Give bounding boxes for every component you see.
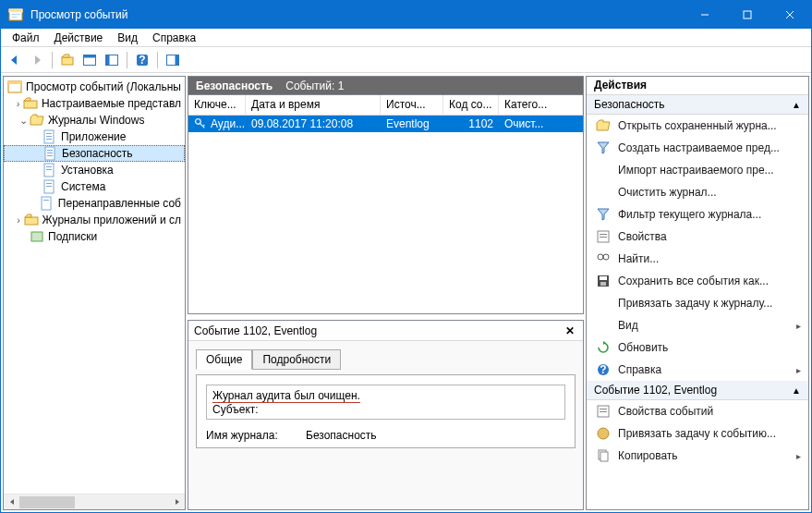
action-properties[interactable]: Свойства: [587, 226, 808, 248]
tree-label: Просмотр событий (Локальны: [26, 80, 181, 93]
action-help[interactable]: ?Справка: [587, 359, 808, 381]
toolbar-separator: [52, 52, 53, 68]
svg-rect-36: [25, 217, 38, 225]
svg-text:?: ?: [139, 54, 145, 67]
action-save-all[interactable]: Сохранить все события как...: [587, 270, 808, 292]
detail-logname-row: Имя журнала: Безопасность: [206, 429, 565, 442]
menu-file[interactable]: Файл: [5, 30, 47, 46]
event-message-line2: Субъект:: [212, 403, 259, 416]
log-icon: [42, 163, 57, 177]
action-copy[interactable]: Копировать: [587, 445, 808, 467]
expander-icon[interactable]: ›: [13, 98, 22, 109]
tree-security-log[interactable]: Безопасность: [4, 145, 185, 162]
cell-datetime: 09.08.2017 11:20:08: [246, 117, 381, 130]
tree-setup-log[interactable]: Установка: [4, 162, 185, 178]
menu-help[interactable]: Справка: [145, 30, 203, 46]
svg-rect-10: [84, 55, 96, 57]
detail-header: Событие 1102, Eventlog ✕: [188, 321, 583, 341]
svg-rect-5: [744, 11, 751, 18]
action-filter-log[interactable]: Фильтр текущего журнала...: [587, 203, 808, 226]
panel-button-3[interactable]: [163, 50, 183, 70]
action-label: Фильтр текущего журнала...: [618, 208, 761, 221]
svg-rect-43: [600, 237, 607, 238]
tree-label: Настраиваемые представл: [42, 97, 181, 110]
tree-forwarded-log[interactable]: Перенаправленные соб: [4, 195, 185, 212]
collapse-icon[interactable]: ▲: [792, 385, 801, 396]
event-row[interactable]: Ауди... 09.08.2017 11:20:08 Eventlog 110…: [188, 116, 583, 132]
svg-rect-8: [62, 57, 73, 65]
scroll-track[interactable]: [19, 495, 169, 510]
event-message-box[interactable]: Журнал аудита был очищен. Субъект:: [206, 385, 565, 420]
help-button[interactable]: ?: [132, 50, 152, 70]
collapse-icon[interactable]: ▲: [792, 100, 801, 110]
action-label: Привязать задачу к журналу...: [618, 297, 772, 310]
group-title: Безопасность: [594, 98, 665, 111]
tree-windows-logs[interactable]: ⌄Журналы Windows: [4, 112, 185, 128]
svg-rect-3: [11, 17, 18, 18]
svg-rect-53: [600, 409, 607, 409]
tab-general[interactable]: Общие: [196, 349, 252, 370]
svg-rect-33: [46, 186, 52, 187]
actions-group2-header[interactable]: Событие 1102, Eventlog ▲: [587, 381, 808, 400]
action-refresh[interactable]: Обновить: [587, 336, 808, 359]
tree-label: Безопасность: [62, 147, 133, 160]
action-label: Обновить: [618, 341, 668, 354]
col-source[interactable]: Источ...: [381, 95, 443, 115]
action-attach-task[interactable]: Привязать задачу к журналу...: [587, 292, 808, 314]
tree-root[interactable]: Просмотр событий (Локальны: [4, 79, 185, 95]
menu-view[interactable]: Вид: [110, 30, 145, 46]
tree-custom-views[interactable]: ›Настраиваемые представл: [4, 95, 185, 112]
task-icon: [596, 426, 611, 441]
tab-details[interactable]: Подробности: [252, 349, 341, 370]
action-create-custom[interactable]: Создать настраиваемое пред...: [587, 137, 808, 159]
action-find[interactable]: Найти...: [587, 248, 808, 270]
svg-rect-19: [24, 101, 37, 108]
event-list: Ключе... Дата и время Источ... Код со...…: [188, 94, 584, 314]
action-label: Копировать: [618, 449, 678, 462]
actions-group1-header[interactable]: Безопасность ▲: [587, 95, 808, 115]
tree-app-services-logs[interactable]: ›Журналы приложений и сл: [4, 212, 185, 228]
action-clear-log[interactable]: Очистить журнал...: [587, 181, 808, 203]
panel-button-2[interactable]: [102, 50, 122, 70]
event-detail-panel: Событие 1102, Eventlog ✕ Общие Подробнос…: [188, 320, 584, 510]
col-eventid[interactable]: Код со...: [443, 95, 499, 115]
save-icon: [596, 274, 611, 288]
expander-icon[interactable]: ⌄: [17, 115, 30, 127]
detail-body: Общие Подробности Журнал аудита был очищ…: [188, 341, 583, 509]
forward-button[interactable]: [27, 50, 47, 70]
maximize-button[interactable]: [726, 1, 769, 29]
action-view[interactable]: Вид: [587, 314, 808, 336]
action-event-properties[interactable]: Свойства событий: [587, 400, 808, 422]
close-button[interactable]: [769, 1, 811, 29]
action-label: Свойства: [618, 230, 667, 243]
detail-close-button[interactable]: ✕: [563, 324, 577, 338]
expander-icon[interactable]: ›: [14, 214, 24, 226]
show-hide-tree-button[interactable]: [57, 50, 78, 70]
properties-icon: [596, 229, 611, 244]
action-open-saved[interactable]: Открыть сохраненный журна...: [587, 115, 808, 137]
action-label: Очистить журнал...: [618, 186, 717, 199]
col-category[interactable]: Катего...: [499, 95, 583, 115]
scroll-right-button[interactable]: [169, 495, 185, 510]
tree-subscriptions[interactable]: Подписки: [4, 228, 185, 245]
col-keywords[interactable]: Ключе...: [188, 95, 246, 115]
tree-application-log[interactable]: Приложение: [4, 128, 185, 145]
log-count: Событий: 1: [285, 79, 344, 92]
col-datetime[interactable]: Дата и время: [246, 95, 381, 115]
refresh-icon: [596, 340, 611, 355]
svg-rect-18: [8, 81, 21, 84]
tree-horizontal-scrollbar[interactable]: [4, 494, 185, 509]
toolbar-separator: [157, 52, 158, 68]
action-label: Открыть сохраненный журна...: [618, 119, 777, 132]
action-attach-task-event[interactable]: Привязать задачу к событию...: [587, 422, 808, 445]
menu-action[interactable]: Действие: [47, 30, 111, 46]
panel-button-1[interactable]: [79, 50, 100, 70]
minimize-button[interactable]: [684, 1, 726, 29]
scroll-thumb[interactable]: [19, 496, 75, 508]
action-import-custom[interactable]: Импорт настраиваемого пре...: [587, 159, 808, 181]
tree-system-log[interactable]: Система: [4, 178, 185, 195]
actions-panel: Действия Безопасность ▲ Открыть сохранен…: [586, 76, 809, 510]
scroll-left-button[interactable]: [4, 495, 19, 510]
event-viewer-icon: [7, 79, 22, 94]
back-button[interactable]: [5, 50, 25, 70]
